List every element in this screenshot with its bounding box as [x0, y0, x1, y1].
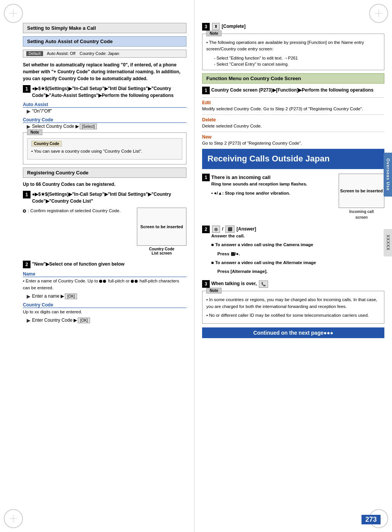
func-step1-content: Country Code screen (P273)▶[Function]▶Pe…	[211, 87, 384, 94]
country-code-action: ▶ Select Country Code ▶ [Select]	[27, 124, 186, 129]
incoming-screen-insert: Screen to be inserted	[339, 174, 384, 208]
step3-content: ⬆ [Complete]	[211, 23, 384, 30]
country-code-screen-insert: Screen to be inserted	[137, 208, 186, 246]
page-number: 273	[361, 515, 381, 524]
func-step1: 1 Country Code screen (P273)▶[Function]▶…	[202, 87, 384, 94]
corner-decoration-tl	[4, 4, 23, 23]
video-camera-action: Press ▦/●.	[217, 251, 384, 257]
recv-note-text1: • In some countries or regions, you may …	[206, 297, 380, 310]
note-inner-label: Country Code	[31, 141, 62, 147]
default-label: Default	[26, 51, 43, 56]
default-bar: Default Auto Assist: Off Country Code: J…	[23, 50, 186, 58]
bullet-fill-1	[99, 280, 102, 283]
new-label: New	[202, 134, 384, 140]
divider-edit	[202, 97, 384, 98]
note-inner-country-code: Country Code • You can save a country co…	[27, 138, 182, 160]
bullet-fill-2	[103, 280, 106, 283]
reg-step2-content: "New"▶Select one of function given below	[32, 261, 186, 268]
registering-section-header: Registering Country Code	[23, 168, 186, 178]
screen-insert-right: Screen to be inserted Country CodeList s…	[137, 208, 186, 255]
divider-new	[202, 132, 384, 132]
bullet-icon-3: •	[206, 40, 208, 45]
overseas-use-tab: Overseas Use	[384, 153, 392, 197]
country-code-enter-text: Enter Country Code ▶	[32, 318, 77, 323]
step1-content: ●▶$★$(Settings)▶"In-Call Setup"▶"Intl Di…	[32, 85, 186, 99]
answer-icon-1[interactable]: ◎	[212, 226, 220, 233]
edit-text: Modify selected Country Code. Go to Step…	[202, 106, 384, 112]
end-call-icon[interactable]: 📞	[259, 281, 268, 288]
note-label-3: Note	[206, 288, 222, 293]
auto-assist-body-text: Set whether to automatically replace lea…	[23, 61, 186, 82]
screen-label-1: Country CodeList screen	[137, 247, 186, 255]
recv-step2-content: ◎ / ⬛ [Answer] Answer the call. ■ To ans…	[211, 226, 384, 277]
country-code-desc: Up to xx digits can be entered.	[23, 309, 186, 315]
page-title: Setting to Simply Make a Call	[23, 23, 186, 33]
step-number-3: 3	[202, 23, 210, 31]
recv-step-number-3: 3	[202, 280, 210, 288]
func-step-number-1: 1	[202, 87, 210, 94]
note-dash1: - Select "Editing function" to edit text…	[214, 55, 380, 61]
country-code-select-text: Select Country Code ▶	[32, 124, 79, 129]
step-number-reg-2: 2	[23, 261, 31, 268]
bullet-icon-1: •	[31, 149, 33, 153]
default-value: Auto Assist: Off Country Code: Japan	[47, 51, 119, 56]
corner-decoration-tr	[369, 4, 388, 23]
complete-text: [Complete]	[222, 24, 246, 29]
video-alternate-label: ■ To answer a video call using the Alter…	[211, 260, 384, 266]
answer-text: [Answer]	[236, 226, 256, 232]
name-text1: • Enter a name of Country Code. Up to fu…	[23, 278, 186, 291]
delete-label: Delete	[202, 117, 384, 123]
recv-step-number-1: 1	[202, 174, 210, 181]
video-camera-label: ■ To answer a video call using the Camer…	[211, 242, 384, 248]
note-box-receiving: Note • In some countries or regions, you…	[202, 291, 384, 324]
incoming-screen-area: Screen to be inserted Incoming callscree…	[339, 174, 384, 220]
auto-assist-onoff: "On"/"Off"	[32, 108, 52, 114]
name-action: ▶ Enter a name ▶ [OK]	[27, 293, 186, 299]
country-code-enter-action: ▶ Enter Country Code ▶ [OK]	[27, 318, 186, 323]
receiving-step3: 3 When talking is over, 📞	[202, 280, 384, 288]
note-label-2: Note	[206, 31, 222, 36]
receiving-calls-box: Receiving Calls Outside Japan	[202, 149, 384, 169]
divider-delete	[202, 114, 384, 115]
continued-bar: Continued on the next page●●●	[202, 327, 384, 338]
step3-row: 3 ⬆ [Complete]	[202, 23, 384, 31]
note-label-1: Note	[27, 129, 42, 135]
registering-step1: 1 ●▶$★$(Settings)▶"In-Call Setup"▶"Intl …	[23, 191, 186, 205]
auto-assist-value: ▶ "On"/"Off"	[27, 108, 186, 114]
registering-intro: Up to 66 Country Codes can be registered…	[23, 181, 186, 188]
corner-decoration-bl	[4, 509, 23, 528]
auto-assist-section-header: Setting Auto Assist of Country Code	[23, 36, 186, 47]
step-number-reg-1: 1	[23, 191, 31, 198]
new-text: Go to Step 2 (P273) of "Registering Coun…	[202, 140, 384, 147]
screen-insert-text-1: Screen to be inserted	[140, 224, 183, 229]
ok-button-name[interactable]: [OK]	[65, 293, 77, 299]
incoming-call-label: Incoming callscreen	[339, 209, 384, 220]
recv-step-number-2: 2	[202, 226, 210, 233]
step-number-1: 1	[23, 85, 31, 93]
note-box-step3: Note • The following operations are avai…	[202, 34, 384, 70]
bullet-fill-3	[131, 280, 134, 283]
recv-note-text2: • No or different caller ID may be notif…	[206, 312, 380, 319]
name-label: Name	[23, 271, 186, 277]
receiving-step2: 2 ◎ / ⬛ [Answer] Answer the call. ■ To a…	[202, 226, 384, 277]
select-button[interactable]: [Select]	[80, 124, 97, 129]
complete-icon[interactable]: ⬆	[212, 23, 220, 30]
receiving-calls-title: Receiving Calls Outside Japan	[207, 153, 379, 164]
country-code-label-2: Country Code	[23, 302, 186, 308]
bullet-icon-6: •	[206, 313, 208, 318]
auto-assist-step1: 1 ●▶$★$(Settings)▶"In-Call Setup"▶"Intl …	[23, 85, 186, 99]
answer-icon-2[interactable]: ⬛	[225, 226, 235, 233]
ok-button-cc[interactable]: [OK]	[78, 318, 90, 323]
note-box-auto-assist: Note Country Code • You can save a count…	[23, 132, 186, 164]
arrow-icon-1: ▶	[27, 108, 31, 114]
arrow-icon-2: ▶	[27, 124, 31, 129]
bullet-icon-4: •	[211, 191, 213, 195]
screen-insert-area: Screen to be inserted Country CodeList s…	[23, 208, 186, 258]
circle-icon	[23, 210, 26, 213]
auto-assist-label: Auto Assist	[23, 102, 186, 108]
answer-desc: Answer the call.	[211, 233, 384, 239]
recv-step3-content: When talking is over, 📞	[211, 280, 384, 287]
bullet-icon-2: •	[23, 279, 24, 283]
name-enter-text: Enter a name ▶	[32, 293, 64, 299]
screen-insert-text-2: Screen to be inserted	[340, 188, 383, 194]
